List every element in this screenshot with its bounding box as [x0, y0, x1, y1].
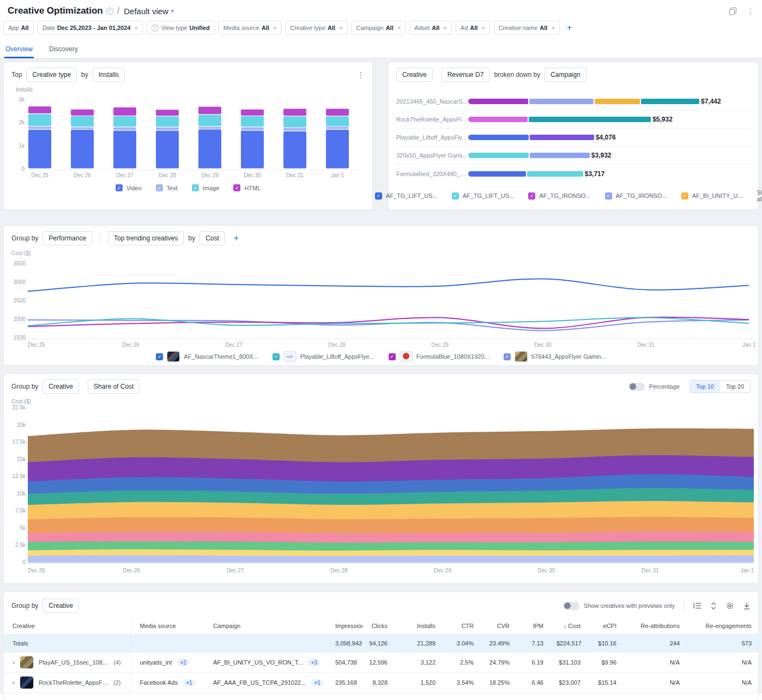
filter-chip-campaign[interactable]: CampaignAll×	[352, 21, 406, 35]
legend-item-creative[interactable]: ✓FormulaBlue_1080X1920...	[389, 351, 489, 362]
column-header-ipm[interactable]: IPM	[517, 617, 551, 635]
card3-view-select[interactable]: Top trending creatives	[108, 231, 184, 245]
checkbox-checked-icon[interactable]: ✓	[116, 184, 123, 191]
card2-breakdown-select[interactable]: Campaign	[545, 68, 586, 82]
svg-text:Jan 1: Jan 1	[742, 342, 756, 348]
legend-item-image[interactable]: ✓Image	[192, 184, 220, 191]
checkbox-checked-icon[interactable]: ✓	[273, 353, 280, 360]
column-header-installs[interactable]: Installs	[395, 617, 443, 635]
breadcrumb-separator: /	[117, 6, 119, 16]
close-icon[interactable]: ×	[481, 25, 485, 31]
checkbox-checked-icon[interactable]: ✓	[375, 192, 382, 200]
legend-item-campaign[interactable]: ✓AF_TG_LIFT_US...	[375, 192, 438, 200]
top-20-button[interactable]: Top 20	[720, 381, 750, 393]
more-badge[interactable]: +1	[311, 679, 323, 686]
close-icon[interactable]: ×	[273, 25, 276, 31]
column-header-ecpi[interactable]: eCPI	[588, 617, 624, 635]
top-10-button[interactable]: Top 10	[690, 381, 720, 393]
creative-thumbnail	[400, 351, 413, 362]
card1-metric-select[interactable]: Installs	[93, 68, 125, 82]
column-header-creative[interactable]: Creative	[4, 617, 131, 635]
svg-text:Dec 29: Dec 29	[201, 172, 219, 178]
chevron-down-icon[interactable]: ▾	[171, 8, 174, 14]
legend-item-text[interactable]: ✓Text	[156, 184, 178, 191]
filter-chip-creative-type[interactable]: Creative typeAll×	[285, 21, 347, 35]
legend-item-html[interactable]: ✓HTML	[233, 184, 261, 191]
checkbox-checked-icon[interactable]: ✓	[681, 192, 688, 200]
kebab-menu-icon[interactable]: ⋮	[747, 7, 754, 15]
show-all-link[interactable]: Show all	[757, 189, 762, 202]
info-icon[interactable]: ?	[106, 8, 113, 15]
legend-item-creative[interactable]: ✓AF_NascarTheme1_800X...	[156, 351, 258, 362]
filter-chip-date[interactable]: DateDec 25,2023 - Jan 01,2024×	[38, 21, 143, 35]
download-icon[interactable]	[743, 602, 751, 610]
column-header-campaign[interactable]: Campaign	[204, 617, 330, 635]
more-badge[interactable]: +3	[307, 659, 320, 666]
card1-dimension-select[interactable]: Creative type	[26, 68, 77, 82]
close-icon[interactable]: ×	[134, 25, 137, 31]
legend-item-video[interactable]: ✓Video	[116, 184, 142, 191]
checkbox-checked-icon[interactable]: ✓	[156, 353, 163, 360]
expand-chevron-icon[interactable]: ›	[13, 659, 15, 666]
add-metric-button[interactable]: +	[234, 233, 239, 243]
column-header-media-source[interactable]: Media source	[131, 617, 204, 635]
filter-chip-creative-name[interactable]: Creative nameAll×	[494, 21, 560, 35]
column-header-re-attributions[interactable]: Re-attributions	[624, 617, 687, 635]
tab-discovery[interactable]: Discovery	[48, 43, 79, 58]
checkbox-checked-icon[interactable]: ✓	[389, 353, 396, 360]
expand-chevron-icon[interactable]: ›	[13, 679, 15, 686]
card4-view-select[interactable]: Share of Cost	[88, 379, 140, 394]
checkbox-checked-icon[interactable]: ✓	[452, 192, 459, 200]
checkbox-checked-icon[interactable]: ✓	[156, 184, 163, 191]
gear-icon[interactable]	[725, 601, 734, 610]
card3-groupby-select[interactable]: Performance	[43, 231, 92, 245]
column-header-cvr[interactable]: CVR	[481, 617, 517, 635]
metric-value: N/A	[687, 673, 759, 693]
close-icon[interactable]: ×	[551, 25, 554, 31]
filter-chip-adset[interactable]: AdsetAll×	[409, 21, 452, 35]
tab-overview[interactable]: Overview	[4, 43, 34, 58]
kebab-menu-icon[interactable]: ⋮	[357, 70, 365, 79]
more-badge[interactable]: +1	[183, 679, 195, 686]
checkbox-checked-icon[interactable]: ✓	[528, 192, 535, 200]
column-header-cost[interactable]: ↓ Cost	[551, 617, 588, 635]
sort-icon[interactable]	[710, 602, 717, 610]
row-density-icon[interactable]	[693, 602, 701, 610]
legend-item-campaign[interactable]: ✓AF_TG_IRONSO...	[528, 192, 590, 200]
column-header-clicks[interactable]: Clicks	[362, 617, 395, 635]
close-icon[interactable]: ×	[339, 25, 342, 31]
previews-only-toggle[interactable]	[563, 602, 579, 610]
table-row[interactable]: ›RockTheRolette_AppsFlyer_1200...(2)Face…	[4, 673, 759, 693]
filter-chip-media-source[interactable]: Media sourceAll×	[219, 21, 282, 35]
close-icon[interactable]: ×	[397, 25, 401, 31]
legend-item-creative[interactable]: ✓576443_AppsFlyer Gamin...	[504, 351, 606, 362]
card5-groupby-select[interactable]: Creative	[43, 599, 79, 613]
checkbox-checked-icon[interactable]: ✓	[605, 192, 612, 200]
card2-metric-select[interactable]: Revenue D7	[442, 68, 490, 82]
column-header-ctr[interactable]: CTR	[443, 617, 481, 635]
percentage-toggle[interactable]	[628, 383, 645, 391]
column-header-impressions[interactable]: Impressions	[330, 617, 362, 635]
column-header-re-engagements[interactable]: Re-engagements	[687, 617, 759, 635]
legend-item-campaign[interactable]: ✓AF_TG_LIFT_US...	[452, 192, 515, 200]
legend-item-campaign[interactable]: ✓AF_BI_UNITY_U...	[681, 192, 743, 200]
card2-entity-select[interactable]: Creative	[396, 68, 433, 82]
checkbox-checked-icon[interactable]: ✓	[192, 184, 199, 191]
legend-item-campaign[interactable]: ✓AF_TG_IRONSO...	[605, 192, 667, 200]
more-badge[interactable]: +2	[177, 659, 189, 666]
add-filter-button[interactable]: +	[567, 22, 572, 33]
checkbox-checked-icon[interactable]: ✓	[233, 184, 240, 191]
hbar-row: RockTheRolette_AppsFly...$5,932	[396, 111, 751, 129]
card3-metric-select[interactable]: Cost	[199, 231, 225, 245]
legend-item-creative[interactable]: ✓</>Playable_Liftoff_AppsFlye...	[273, 351, 374, 362]
filter-chip-ad[interactable]: AdAll×	[456, 21, 490, 35]
filter-chip-app[interactable]: AppAll	[3, 21, 34, 35]
creative-count: (2)	[113, 679, 120, 686]
copy-icon[interactable]	[729, 7, 737, 15]
view-name[interactable]: Default view	[124, 7, 168, 16]
card4-groupby-select[interactable]: Creative	[43, 379, 79, 394]
filter-chip-view-type[interactable]: ?View typeUnified	[147, 21, 215, 35]
checkbox-checked-icon[interactable]: ✓	[504, 353, 511, 360]
table-row[interactable]: ›PlayAF_US_15sec_1080X1920_6...(4)unitya…	[4, 653, 759, 673]
close-icon[interactable]: ×	[443, 25, 446, 31]
